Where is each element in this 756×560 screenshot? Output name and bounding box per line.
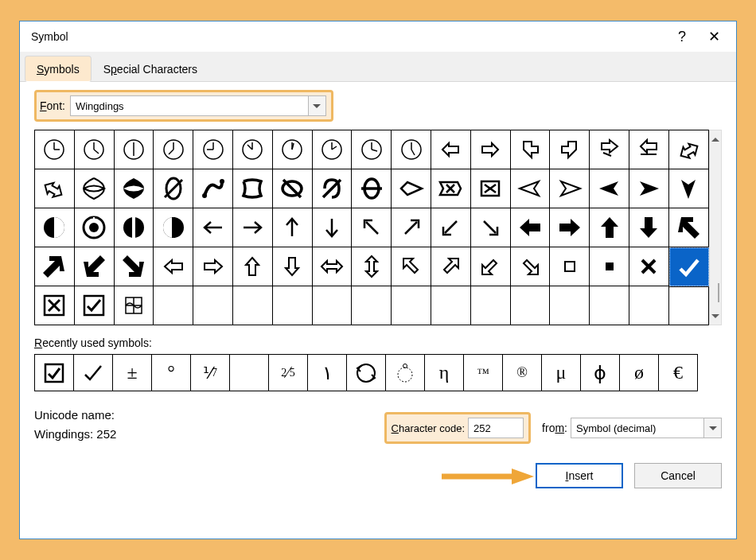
symbol-cell-empty[interactable]	[392, 286, 431, 325]
symbol-cell[interactable]	[590, 169, 629, 208]
symbol-cell[interactable]	[233, 247, 273, 286]
symbol-cell-empty[interactable]	[273, 286, 313, 325]
symbol-cell[interactable]	[193, 169, 233, 208]
recent-symbol[interactable]: ø	[620, 355, 659, 391]
character-code-input[interactable]: 252	[468, 418, 524, 438]
symbol-cell[interactable]	[313, 247, 353, 286]
symbol-cell[interactable]	[471, 247, 511, 286]
symbol-cell[interactable]	[115, 130, 154, 169]
symbol-cell[interactable]	[392, 208, 431, 247]
symbol-cell[interactable]	[75, 208, 115, 247]
symbol-cell[interactable]	[511, 169, 551, 208]
tab-special-characters[interactable]: Special Characters	[92, 56, 209, 82]
symbol-cell[interactable]	[431, 208, 471, 247]
symbol-cell[interactable]	[273, 247, 313, 286]
symbol-cell[interactable]	[193, 208, 233, 247]
symbol-cell[interactable]	[313, 130, 353, 169]
symbol-cell[interactable]	[273, 169, 313, 208]
symbol-cell[interactable]	[550, 247, 590, 286]
help-button[interactable]: ?	[666, 21, 698, 52]
symbol-cell[interactable]	[550, 130, 590, 169]
symbol-cell[interactable]	[352, 208, 392, 247]
symbol-cell[interactable]	[352, 169, 392, 208]
symbol-cell[interactable]	[273, 130, 313, 169]
recent-symbol[interactable]: ±	[113, 355, 152, 391]
symbol-cell[interactable]	[629, 130, 669, 169]
recent-symbol[interactable]: €	[659, 355, 698, 391]
symbol-cell[interactable]	[115, 208, 154, 247]
font-dropdown[interactable]: Wingdings	[70, 95, 309, 116]
from-dropdown-button[interactable]	[704, 418, 722, 438]
insert-button[interactable]: Insert	[536, 463, 623, 488]
recent-symbol[interactable]: °	[152, 355, 191, 391]
symbol-cell[interactable]	[392, 169, 431, 208]
symbol-cell[interactable]	[154, 208, 193, 247]
symbol-cell-empty[interactable]	[431, 286, 471, 325]
cancel-button[interactable]: Cancel	[634, 463, 722, 488]
symbol-cell[interactable]	[35, 247, 75, 286]
recent-symbol[interactable]	[347, 355, 386, 391]
symbol-cell[interactable]	[669, 169, 709, 208]
symbol-cell[interactable]	[431, 247, 471, 286]
symbol-cell[interactable]	[35, 208, 75, 247]
symbol-cell[interactable]	[629, 169, 669, 208]
font-dropdown-button[interactable]	[309, 95, 326, 116]
symbol-cell[interactable]	[471, 169, 511, 208]
symbol-cell-empty[interactable]	[233, 286, 273, 325]
symbol-cell[interactable]	[352, 247, 392, 286]
symbol-cell[interactable]	[511, 208, 551, 247]
symbol-cell[interactable]	[35, 169, 75, 208]
symbol-cell[interactable]	[233, 169, 273, 208]
symbol-cell-empty[interactable]	[669, 286, 709, 325]
symbol-grid[interactable]	[34, 130, 709, 325]
symbol-cell[interactable]	[471, 208, 511, 247]
recent-symbol[interactable]: μ	[542, 355, 581, 391]
symbol-cell[interactable]	[35, 286, 75, 325]
symbol-cell[interactable]	[273, 208, 313, 247]
symbol-cell[interactable]	[154, 247, 193, 286]
symbol-cell[interactable]	[75, 286, 115, 325]
tab-symbols[interactable]: Symbols	[25, 56, 92, 82]
symbol-cell[interactable]	[629, 247, 669, 286]
recent-symbol[interactable]: η	[425, 355, 464, 391]
symbol-cell[interactable]	[392, 247, 431, 286]
scroll-down-button[interactable]	[710, 307, 721, 325]
symbol-cell-empty[interactable]	[313, 286, 353, 325]
symbol-cell-empty[interactable]	[629, 286, 669, 325]
recent-symbol[interactable]: 2⁄5	[269, 355, 308, 391]
recent-symbol[interactable]	[230, 355, 269, 391]
symbol-cell[interactable]	[550, 208, 590, 247]
symbol-cell[interactable]	[629, 208, 669, 247]
symbol-cell[interactable]	[313, 169, 353, 208]
symbol-cell[interactable]	[590, 208, 629, 247]
symbol-cell[interactable]	[352, 130, 392, 169]
symbol-cell[interactable]	[154, 130, 193, 169]
recent-symbol[interactable]	[74, 355, 113, 391]
symbol-cell[interactable]	[193, 247, 233, 286]
recent-symbol[interactable]: ɸ	[581, 355, 620, 391]
symbol-cell[interactable]	[233, 208, 273, 247]
symbol-cell[interactable]	[431, 130, 471, 169]
symbol-cell[interactable]	[193, 130, 233, 169]
symbol-cell[interactable]	[115, 286, 154, 325]
symbol-cell-empty[interactable]	[154, 286, 193, 325]
recent-symbol[interactable]	[386, 355, 425, 391]
symbol-cell-empty[interactable]	[193, 286, 233, 325]
symbol-cell[interactable]	[313, 208, 353, 247]
symbol-cell[interactable]	[511, 130, 551, 169]
recent-symbol[interactable]: ®	[503, 355, 542, 391]
symbol-cell[interactable]	[511, 247, 551, 286]
symbol-cell-empty[interactable]	[590, 286, 629, 325]
symbol-cell[interactable]	[669, 130, 709, 169]
symbol-cell[interactable]	[75, 169, 115, 208]
symbol-cell[interactable]	[115, 247, 154, 286]
symbol-cell[interactable]	[431, 169, 471, 208]
symbol-cell[interactable]	[550, 169, 590, 208]
grid-scrollbar[interactable]	[709, 130, 722, 325]
recent-symbol[interactable]: ١	[308, 355, 347, 391]
symbol-cell[interactable]	[392, 130, 431, 169]
symbol-cell-selected[interactable]	[669, 247, 709, 286]
symbol-cell[interactable]	[233, 130, 273, 169]
symbol-cell-empty[interactable]	[511, 286, 551, 325]
symbol-cell[interactable]	[115, 169, 154, 208]
